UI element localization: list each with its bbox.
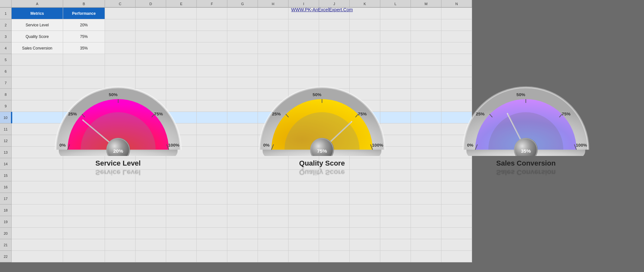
col-header-j[interactable]: J xyxy=(319,0,350,7)
cell-b1[interactable]: Performance xyxy=(63,8,105,19)
cell-k3[interactable] xyxy=(350,31,380,42)
col-header-b[interactable]: B xyxy=(63,0,105,7)
cell-e2[interactable] xyxy=(166,19,197,31)
cell-row17-col4[interactable] xyxy=(166,193,197,204)
cell-m2[interactable] xyxy=(411,19,441,31)
cell-i3[interactable] xyxy=(289,31,319,42)
cell-row17-col8[interactable] xyxy=(289,193,319,204)
cell-row19-col13[interactable] xyxy=(441,216,472,228)
cell-d1[interactable] xyxy=(136,8,166,19)
cell-g3[interactable] xyxy=(227,31,258,42)
cell-row19-col6[interactable] xyxy=(227,216,258,228)
cell-g1[interactable] xyxy=(227,8,258,19)
cell-a1[interactable]: Metrics xyxy=(12,8,63,19)
cell-l1[interactable] xyxy=(380,8,411,19)
cell-row19-col4[interactable] xyxy=(166,216,197,228)
cell-f3[interactable] xyxy=(197,31,227,42)
cell-row16-col10[interactable] xyxy=(350,181,380,193)
cell-row21-col8[interactable] xyxy=(289,239,319,251)
cell-row21-col9[interactable] xyxy=(319,239,350,251)
cell-e1[interactable] xyxy=(166,8,197,19)
cell-row18-col4[interactable] xyxy=(166,204,197,216)
cell-row16-col5[interactable] xyxy=(197,181,227,193)
cell-row16-col7[interactable] xyxy=(258,181,289,193)
cell-row16-col13[interactable] xyxy=(441,181,472,193)
cell-row16-col3[interactable] xyxy=(136,181,166,193)
cell-row20-col1[interactable] xyxy=(63,228,105,239)
cell-row17-col7[interactable] xyxy=(258,193,289,204)
cell-row17-col3[interactable] xyxy=(136,193,166,204)
col-header-m[interactable]: M xyxy=(411,0,441,7)
cell-row22-col11[interactable] xyxy=(380,251,411,262)
cell-row16-col9[interactable] xyxy=(319,181,350,193)
cell-row20-col4[interactable] xyxy=(166,228,197,239)
cell-row17-col5[interactable] xyxy=(197,193,227,204)
col-header-d[interactable]: D xyxy=(136,0,166,7)
cell-row19-col10[interactable] xyxy=(350,216,380,228)
cell-l3[interactable] xyxy=(380,31,411,42)
cell-row17-col10[interactable] xyxy=(350,193,380,204)
cell-row19-col2[interactable] xyxy=(105,216,136,228)
cell-row21-col13[interactable] xyxy=(441,239,472,251)
cell-l2[interactable] xyxy=(380,19,411,31)
cell-row19-col11[interactable] xyxy=(380,216,411,228)
cell-row20-col3[interactable] xyxy=(136,228,166,239)
cell-row17-col6[interactable] xyxy=(227,193,258,204)
cell-row19-col5[interactable] xyxy=(197,216,227,228)
cell-row18-col7[interactable] xyxy=(258,204,289,216)
cell-row21-col10[interactable] xyxy=(350,239,380,251)
cell-row17-col12[interactable] xyxy=(411,193,441,204)
col-header-e[interactable]: E xyxy=(166,0,197,7)
cell-row20-col0[interactable] xyxy=(12,228,63,239)
cell-row18-col2[interactable] xyxy=(105,204,136,216)
cell-row18-col8[interactable] xyxy=(289,204,319,216)
cell-row21-col6[interactable] xyxy=(227,239,258,251)
cell-row21-col1[interactable] xyxy=(63,239,105,251)
cell-row18-col10[interactable] xyxy=(350,204,380,216)
cell-row16-col11[interactable] xyxy=(380,181,411,193)
cell-row21-col4[interactable] xyxy=(166,239,197,251)
cell-row16-col0[interactable] xyxy=(12,181,63,193)
cell-m3[interactable] xyxy=(411,31,441,42)
cell-h2[interactable] xyxy=(258,19,289,31)
cell-row18-col0[interactable] xyxy=(12,204,63,216)
cell-row20-col10[interactable] xyxy=(350,228,380,239)
cell-row22-col13[interactable] xyxy=(441,251,472,262)
cell-row21-col2[interactable] xyxy=(105,239,136,251)
cell-k2[interactable] xyxy=(350,19,380,31)
cell-row21-col12[interactable] xyxy=(411,239,441,251)
cell-row22-col12[interactable] xyxy=(411,251,441,262)
cell-n2[interactable] xyxy=(441,19,472,31)
cell-row19-col7[interactable] xyxy=(258,216,289,228)
cell-a2[interactable]: Service Level xyxy=(12,19,63,31)
col-header-g[interactable]: G xyxy=(227,0,258,7)
cell-row20-col12[interactable] xyxy=(411,228,441,239)
cell-n3[interactable] xyxy=(441,31,472,42)
cell-row16-col12[interactable] xyxy=(411,181,441,193)
cell-row22-col4[interactable] xyxy=(166,251,197,262)
cell-n1[interactable] xyxy=(441,8,472,19)
cell-row22-col10[interactable] xyxy=(350,251,380,262)
col-header-a[interactable]: A xyxy=(12,0,63,7)
col-header-h[interactable]: H xyxy=(258,0,289,7)
cell-row21-col11[interactable] xyxy=(380,239,411,251)
col-header-l[interactable]: L xyxy=(380,0,411,7)
col-header-i[interactable]: I xyxy=(289,0,319,7)
cell-row22-col3[interactable] xyxy=(136,251,166,262)
cell-row21-col7[interactable] xyxy=(258,239,289,251)
cell-row17-col2[interactable] xyxy=(105,193,136,204)
cell-row19-col9[interactable] xyxy=(319,216,350,228)
cell-row20-col6[interactable] xyxy=(227,228,258,239)
cell-j2[interactable] xyxy=(319,19,350,31)
cell-row17-col1[interactable] xyxy=(63,193,105,204)
cell-row21-col5[interactable] xyxy=(197,239,227,251)
cell-row22-col1[interactable] xyxy=(63,251,105,262)
cell-row22-col7[interactable] xyxy=(258,251,289,262)
col-header-c[interactable]: C xyxy=(105,0,136,7)
cell-row18-col1[interactable] xyxy=(63,204,105,216)
cell-row18-col13[interactable] xyxy=(441,204,472,216)
cell-row18-col9[interactable] xyxy=(319,204,350,216)
cell-b2[interactable]: 20% xyxy=(63,19,105,31)
cell-d3[interactable] xyxy=(136,31,166,42)
cell-row19-col12[interactable] xyxy=(411,216,441,228)
